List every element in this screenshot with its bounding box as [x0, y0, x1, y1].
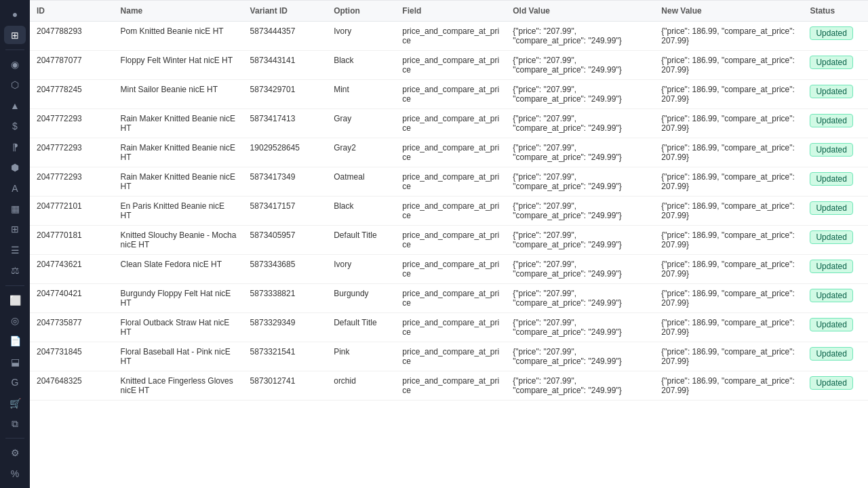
text-icon[interactable]: A	[4, 179, 26, 197]
cell-option: Gray2	[327, 138, 395, 167]
cell-name: Burgundy Floppy Felt Hat nicE HT	[114, 284, 243, 313]
cell-option: Oatmeal	[327, 167, 395, 197]
circle-dot-icon[interactable]: ●	[4, 5, 26, 23]
eye-icon[interactable]: ◉	[4, 56, 26, 73]
cell-status: Updated	[803, 255, 868, 284]
status-badge: Updated	[810, 56, 852, 69]
status-badge: Updated	[810, 85, 852, 98]
cell-old-value: {"price": "207.99", "compare_at_price": …	[506, 284, 654, 313]
cell-field: price_and_compare_at_price	[395, 313, 506, 342]
cell-variant: 5873444357	[243, 22, 328, 51]
cell-status: Updated	[803, 22, 868, 51]
col-header-old: Old Value	[506, 1, 654, 22]
cell-name: Mint Sailor Beanie nicE HT	[114, 80, 243, 109]
table-row: 2047772101 En Paris Knitted Beanie nicE …	[30, 197, 868, 226]
cell-new-value: {"price": 186.99, "compare_at_price": 20…	[654, 255, 803, 284]
scale-icon[interactable]: ⚖	[4, 262, 26, 279]
table-row: 2047740421 Burgundy Floppy Felt Hat nicE…	[30, 284, 868, 313]
settings-icon[interactable]: ⚙	[4, 444, 26, 462]
cell-old-value: {"price": "207.99", "compare_at_price": …	[506, 109, 654, 138]
cell-option: Ivory	[327, 255, 395, 284]
cell-field: price_and_compare_at_price	[395, 109, 506, 138]
cell-status: Updated	[803, 226, 868, 255]
box-icon[interactable]: ⬜	[4, 291, 26, 308]
cell-name: Pom Knitted Beanie nicE HT	[114, 22, 243, 51]
cell-variant: 5873417349	[243, 167, 328, 197]
cell-variant: 5873329349	[243, 313, 328, 342]
status-badge: Updated	[810, 347, 852, 361]
cell-new-value: {"price": 186.99, "compare_at_price": 20…	[654, 22, 803, 51]
cell-status: Updated	[803, 80, 868, 109]
cell-new-value: {"price": 186.99, "compare_at_price": 20…	[654, 167, 803, 197]
cell-id: 2047772101	[30, 197, 114, 226]
cell-name: Rain Maker Knitted Beanie nicE HT	[114, 167, 243, 197]
list-icon[interactable]: ☰	[4, 241, 26, 259]
cell-option: Black	[327, 197, 395, 226]
cell-new-value: {"price": 186.99, "compare_at_price": 20…	[654, 313, 803, 342]
cell-new-value: {"price": 186.99, "compare_at_price": 20…	[654, 371, 803, 401]
cart-icon[interactable]: 🛒	[4, 394, 26, 412]
cell-field: price_and_compare_at_price	[395, 197, 506, 226]
dollar-sign-icon[interactable]: ⁋	[4, 138, 26, 155]
cell-option: orchid	[327, 371, 395, 401]
cell-name: En Paris Knitted Beanie nicE HT	[114, 197, 243, 226]
label-icon[interactable]: ⬢	[4, 159, 26, 176]
cell-variant: 5873417157	[243, 197, 328, 226]
cell-new-value: {"price": 186.99, "compare_at_price": 20…	[654, 51, 803, 80]
cell-option: Default Title	[327, 313, 395, 342]
cell-old-value: {"price": "207.99", "compare_at_price": …	[506, 342, 654, 371]
cell-option: Gray	[327, 109, 395, 138]
google-icon[interactable]: G	[4, 373, 26, 391]
status-badge: Updated	[810, 289, 852, 302]
cell-id: 2047770181	[30, 226, 114, 255]
sidebar: ● ⊞ ◉ ⬡ ▲ $ ⁋ ⬢ A ▦ ⊞ ☰ ⚖ ⬜ ◎ 📄 ⬓ G 🛒 ⧉ …	[0, 0, 30, 488]
table-row: 2047772293 Rain Maker Knitted Beanie nic…	[30, 109, 868, 138]
cell-field: price_and_compare_at_price	[395, 226, 506, 255]
table-row: 2047778245 Mint Sailor Beanie nicE HT 58…	[30, 80, 868, 109]
cell-field: price_and_compare_at_price	[395, 22, 506, 51]
cell-option: Black	[327, 51, 395, 80]
chart-icon[interactable]: ▦	[4, 200, 26, 218]
cell-old-value: {"price": "207.99", "compare_at_price": …	[506, 371, 654, 401]
table-row: 2047788293 Pom Knitted Beanie nicE HT 58…	[30, 22, 868, 51]
cell-id: 2047772293	[30, 138, 114, 167]
cell-field: price_and_compare_at_price	[395, 342, 506, 371]
col-header-field: Field	[395, 1, 506, 22]
cell-name: Clean Slate Fedora nicE HT	[114, 255, 243, 284]
cell-field: price_and_compare_at_price	[395, 255, 506, 284]
puzzle-icon[interactable]: ⧉	[4, 415, 26, 432]
data-table: ID Name Variant ID Option Field Old Valu…	[30, 0, 868, 401]
table-row: 2047787077 Floppy Felt Winter Hat nicE H…	[30, 51, 868, 80]
cell-variant: 5873405957	[243, 226, 328, 255]
doc-icon[interactable]: 📄	[4, 332, 26, 350]
cell-status: Updated	[803, 197, 868, 226]
grid-icon[interactable]: ⊞	[4, 220, 26, 238]
cell-id: 2047788293	[30, 22, 114, 51]
visibility-icon[interactable]: ◎	[4, 312, 26, 329]
percent-icon[interactable]: %	[4, 465, 26, 483]
cell-option: Burgundy	[327, 284, 395, 313]
col-header-variant: Variant ID	[243, 1, 328, 22]
cell-field: price_and_compare_at_price	[395, 167, 506, 197]
col-header-option: Option	[327, 1, 395, 22]
cell-new-value: {"price": 186.99, "compare_at_price": 20…	[654, 197, 803, 226]
cell-variant: 5873321541	[243, 342, 328, 371]
cell-old-value: {"price": "207.99", "compare_at_price": …	[506, 80, 654, 109]
cell-variant: 5873338821	[243, 284, 328, 313]
cell-name: Knitted Slouchy Beanie - Mocha nicE HT	[114, 226, 243, 255]
table-row: 2047770181 Knitted Slouchy Beanie - Moch…	[30, 226, 868, 255]
cell-id: 2047648325	[30, 371, 114, 401]
cell-status: Updated	[803, 371, 868, 401]
tag-icon[interactable]: ⬡	[4, 76, 26, 94]
dollar-icon[interactable]: $	[4, 117, 26, 135]
truck-icon[interactable]: ▲	[4, 97, 26, 115]
status-badge: Updated	[810, 114, 852, 127]
cell-id: 2047735877	[30, 313, 114, 342]
cell-name: Rain Maker Knitted Beanie nicE HT	[114, 109, 243, 138]
home-icon[interactable]: ⊞	[4, 26, 26, 43]
main-content: ID Name Variant ID Option Field Old Valu…	[30, 0, 868, 488]
cell-field: price_and_compare_at_price	[395, 138, 506, 167]
layers-icon[interactable]: ⬓	[4, 353, 26, 371]
col-header-new: New Value	[654, 1, 803, 22]
cell-name: Knitted Lace Fingerless Gloves nicE HT	[114, 371, 243, 401]
